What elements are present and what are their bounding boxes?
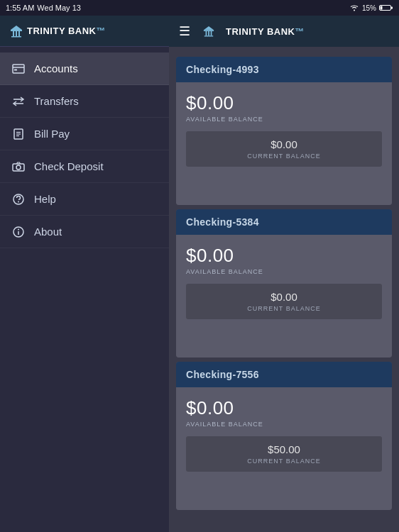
sidebar-item-transfers[interactable]: Transfers bbox=[0, 85, 169, 118]
sidebar-header: TRINITY BANK™ bbox=[0, 16, 169, 47]
sidebar-logo-suffix: ™ bbox=[96, 26, 106, 36]
account-card-checking-4993[interactable]: Checking-4993 $0.00 AVAILABLE BALANCE $0… bbox=[176, 57, 392, 205]
available-balance-amount: $0.00 bbox=[186, 92, 382, 114]
available-balance-amount: $0.00 bbox=[186, 245, 382, 267]
billpay-icon bbox=[11, 127, 26, 141]
sidebar-about-label: About bbox=[34, 226, 62, 238]
account-card-checking-7556[interactable]: Checking-7556 $0.00 AVAILABLE BALANCE $5… bbox=[176, 362, 392, 510]
svg-rect-8 bbox=[11, 36, 21, 38]
account-card-extra bbox=[176, 482, 392, 510]
current-balance-label: CURRENT BALANCE bbox=[196, 153, 372, 160]
svg-marker-29 bbox=[204, 26, 214, 30]
sidebar-logo: TRINITY BANK™ bbox=[27, 26, 106, 36]
info-icon bbox=[11, 225, 26, 239]
svg-rect-11 bbox=[14, 69, 17, 70]
app-container: TRINITY BANK™ Accounts bbox=[0, 16, 399, 532]
sidebar: TRINITY BANK™ Accounts bbox=[0, 16, 169, 532]
current-balance-amount: $0.00 bbox=[196, 291, 372, 303]
account-name: Checking-5384 bbox=[186, 216, 259, 228]
svg-rect-25 bbox=[204, 30, 214, 31]
svg-point-23 bbox=[18, 228, 19, 230]
account-card-body: $0.00 AVAILABLE BALANCE $0.00 CURRENT BA… bbox=[176, 82, 392, 177]
current-balance-amount: $0.00 bbox=[196, 138, 372, 150]
account-card-extra bbox=[176, 329, 392, 358]
battery-icon bbox=[379, 4, 393, 11]
current-balance-box: $50.00 CURRENT BALANCE bbox=[186, 436, 382, 472]
sidebar-item-check-deposit[interactable]: Check Deposit bbox=[0, 150, 169, 183]
current-balance-box: $0.00 CURRENT BALANCE bbox=[186, 284, 382, 319]
sidebar-transfers-label: Transfers bbox=[34, 95, 79, 107]
svg-rect-4 bbox=[13, 31, 14, 36]
account-card-extra bbox=[176, 177, 392, 205]
transfers-icon bbox=[11, 94, 26, 109]
status-time: 1:55 AM bbox=[6, 4, 34, 12]
available-balance-label: AVAILABLE BALANCE bbox=[186, 268, 382, 275]
account-card-body: $0.00 AVAILABLE BALANCE $0.00 CURRENT BA… bbox=[176, 235, 392, 329]
sidebar-item-help[interactable]: Help bbox=[0, 183, 169, 216]
sidebar-item-accounts[interactable]: Accounts bbox=[0, 52, 169, 85]
camera-icon bbox=[11, 160, 26, 174]
account-name: Checking-4993 bbox=[186, 64, 259, 75]
accounts-icon bbox=[11, 62, 26, 76]
current-balance-amount: $50.00 bbox=[196, 443, 372, 455]
current-balance-label: CURRENT BALANCE bbox=[196, 305, 372, 312]
svg-point-19 bbox=[16, 165, 21, 170]
svg-marker-7 bbox=[11, 26, 22, 30]
sidebar-item-bill-pay[interactable]: Bill Pay bbox=[0, 118, 169, 150]
main-logo-suffix: ™ bbox=[295, 26, 305, 37]
help-icon bbox=[11, 192, 26, 206]
account-card-header: Checking-4993 bbox=[176, 57, 392, 82]
svg-rect-2 bbox=[391, 7, 393, 9]
main-content: ☰ TRINITY BANK™ Checking-4993 $0 bbox=[169, 16, 399, 532]
svg-rect-3 bbox=[11, 30, 22, 31]
account-card-checking-5384[interactable]: Checking-5384 $0.00 AVAILABLE BALANCE $0… bbox=[176, 209, 392, 358]
svg-rect-9 bbox=[13, 65, 24, 73]
sidebar-item-about[interactable]: About bbox=[0, 216, 169, 248]
sidebar-accounts-label: Accounts bbox=[34, 62, 78, 74]
main-bank-icon bbox=[203, 26, 214, 37]
main-header: ☰ TRINITY BANK™ bbox=[169, 16, 399, 47]
svg-rect-6 bbox=[18, 31, 20, 36]
wifi-icon bbox=[349, 4, 359, 11]
available-balance-label: AVAILABLE BALANCE bbox=[186, 116, 382, 123]
status-bar: 1:55 AM Wed May 13 15% bbox=[0, 0, 399, 16]
sidebar-help-label: Help bbox=[34, 193, 56, 205]
available-balance-label: AVAILABLE BALANCE bbox=[186, 421, 382, 428]
current-balance-box: $0.00 CURRENT BALANCE bbox=[186, 131, 382, 167]
svg-rect-27 bbox=[208, 31, 209, 35]
account-card-header: Checking-7556 bbox=[176, 362, 392, 387]
available-balance-amount: $0.00 bbox=[186, 397, 382, 419]
main-logo: TRINITY BANK™ bbox=[226, 26, 305, 37]
svg-rect-30 bbox=[204, 35, 213, 36]
sidebar-bank-icon bbox=[10, 25, 23, 38]
account-name: Checking-7556 bbox=[186, 369, 259, 380]
svg-rect-28 bbox=[211, 31, 212, 35]
current-balance-label: CURRENT BALANCE bbox=[196, 458, 372, 465]
sidebar-nav: Accounts Transfers bbox=[0, 47, 169, 532]
battery-text: 15% bbox=[362, 4, 376, 12]
svg-point-21 bbox=[18, 201, 19, 202]
accounts-list[interactable]: Checking-4993 $0.00 AVAILABLE BALANCE $0… bbox=[169, 47, 399, 532]
account-card-body: $0.00 AVAILABLE BALANCE $50.00 CURRENT B… bbox=[176, 387, 392, 482]
hamburger-icon[interactable]: ☰ bbox=[179, 23, 190, 39]
svg-rect-26 bbox=[206, 31, 207, 35]
account-card-header: Checking-5384 bbox=[176, 209, 392, 235]
sidebar-checkdeposit-label: Check Deposit bbox=[34, 160, 104, 172]
sidebar-billpay-label: Bill Pay bbox=[34, 128, 70, 140]
svg-rect-1 bbox=[381, 6, 383, 10]
svg-rect-5 bbox=[16, 31, 17, 36]
status-date: Wed May 13 bbox=[37, 4, 81, 12]
